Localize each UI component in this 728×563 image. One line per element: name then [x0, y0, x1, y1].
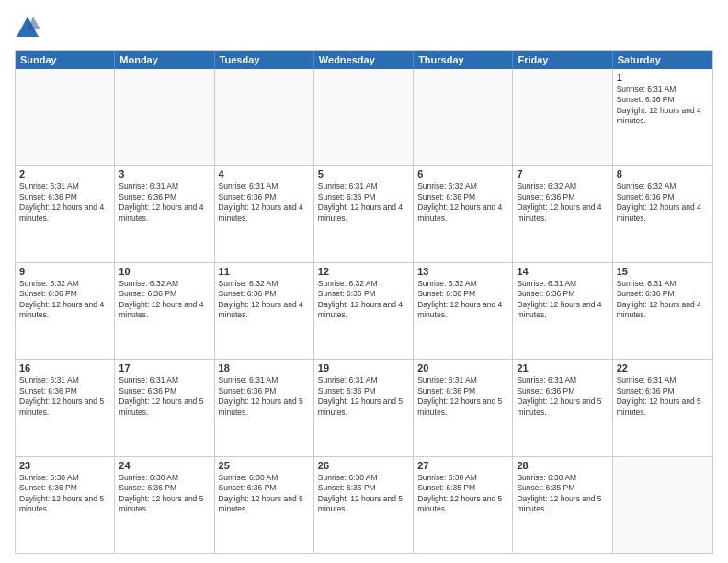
day-info: Sunrise: 6:32 AM Sunset: 6:36 PM Dayligh… — [219, 279, 310, 321]
empty-cell — [215, 69, 314, 165]
day-cell-10: 10Sunrise: 6:32 AM Sunset: 6:36 PM Dayli… — [115, 263, 214, 359]
empty-cell — [16, 69, 115, 165]
day-cell-25: 25Sunrise: 6:30 AM Sunset: 6:36 PM Dayli… — [215, 457, 314, 553]
day-number: 6 — [417, 168, 508, 179]
empty-cell — [414, 69, 513, 165]
day-cell-14: 14Sunrise: 6:31 AM Sunset: 6:36 PM Dayli… — [513, 263, 612, 359]
header — [15, 15, 713, 40]
day-number: 1 — [617, 72, 709, 83]
weekday-header-saturday: Saturday — [613, 51, 712, 69]
day-info: Sunrise: 6:30 AM Sunset: 6:35 PM Dayligh… — [318, 473, 409, 515]
weekday-header-tuesday: Tuesday — [215, 51, 314, 69]
day-number: 16 — [19, 362, 110, 373]
calendar-header: SundayMondayTuesdayWednesdayThursdayFrid… — [16, 51, 712, 69]
day-info: Sunrise: 6:32 AM Sunset: 6:36 PM Dayligh… — [517, 181, 608, 224]
day-cell-16: 16Sunrise: 6:31 AM Sunset: 6:36 PM Dayli… — [16, 360, 115, 455]
day-info: Sunrise: 6:32 AM Sunset: 6:36 PM Dayligh… — [19, 279, 110, 321]
day-number: 4 — [219, 168, 310, 179]
day-cell-5: 5Sunrise: 6:31 AM Sunset: 6:36 PM Daylig… — [314, 166, 414, 261]
day-cell-15: 15Sunrise: 6:31 AM Sunset: 6:36 PM Dayli… — [613, 263, 712, 359]
day-info: Sunrise: 6:31 AM Sunset: 6:36 PM Dayligh… — [119, 375, 210, 418]
calendar: SundayMondayTuesdayWednesdayThursdayFrid… — [15, 50, 713, 554]
day-cell-8: 8Sunrise: 6:32 AM Sunset: 6:36 PM Daylig… — [613, 166, 712, 261]
day-info: Sunrise: 6:30 AM Sunset: 6:36 PM Dayligh… — [19, 473, 110, 515]
calendar-row-3: 9Sunrise: 6:32 AM Sunset: 6:36 PM Daylig… — [16, 262, 712, 359]
day-cell-6: 6Sunrise: 6:32 AM Sunset: 6:36 PM Daylig… — [414, 166, 513, 261]
day-number: 25 — [219, 460, 310, 471]
calendar-row-4: 16Sunrise: 6:31 AM Sunset: 6:36 PM Dayli… — [16, 359, 712, 455]
day-number: 2 — [19, 168, 110, 179]
day-cell-11: 11Sunrise: 6:32 AM Sunset: 6:36 PM Dayli… — [215, 263, 314, 359]
day-info: Sunrise: 6:32 AM Sunset: 6:36 PM Dayligh… — [417, 279, 508, 321]
day-number: 14 — [517, 266, 608, 277]
day-number: 19 — [318, 362, 409, 373]
day-info: Sunrise: 6:30 AM Sunset: 6:35 PM Dayligh… — [517, 473, 608, 515]
day-cell-28: 28Sunrise: 6:30 AM Sunset: 6:35 PM Dayli… — [513, 457, 612, 553]
day-info: Sunrise: 6:32 AM Sunset: 6:36 PM Dayligh… — [318, 279, 409, 321]
day-info: Sunrise: 6:31 AM Sunset: 6:36 PM Dayligh… — [19, 181, 110, 224]
empty-cell — [115, 69, 214, 165]
day-cell-13: 13Sunrise: 6:32 AM Sunset: 6:36 PM Dayli… — [414, 263, 513, 359]
day-cell-22: 22Sunrise: 6:31 AM Sunset: 6:36 PM Dayli… — [613, 360, 712, 455]
empty-cell — [613, 457, 712, 553]
day-cell-19: 19Sunrise: 6:31 AM Sunset: 6:36 PM Dayli… — [314, 360, 414, 455]
day-info: Sunrise: 6:31 AM Sunset: 6:36 PM Dayligh… — [617, 375, 709, 418]
day-info: Sunrise: 6:30 AM Sunset: 6:35 PM Dayligh… — [417, 473, 508, 515]
day-cell-12: 12Sunrise: 6:32 AM Sunset: 6:36 PM Dayli… — [314, 263, 414, 359]
calendar-row-5: 23Sunrise: 6:30 AM Sunset: 6:36 PM Dayli… — [16, 456, 712, 553]
day-number: 11 — [219, 266, 310, 277]
day-cell-7: 7Sunrise: 6:32 AM Sunset: 6:36 PM Daylig… — [513, 166, 612, 261]
day-number: 9 — [19, 266, 110, 277]
day-number: 22 — [617, 362, 709, 373]
weekday-header-thursday: Thursday — [414, 51, 513, 69]
calendar-body: 1Sunrise: 6:31 AM Sunset: 6:36 PM Daylig… — [16, 69, 712, 553]
day-number: 23 — [19, 460, 110, 471]
day-number: 21 — [517, 362, 608, 373]
day-number: 26 — [318, 460, 409, 471]
day-cell-20: 20Sunrise: 6:31 AM Sunset: 6:36 PM Dayli… — [414, 360, 513, 455]
calendar-row-1: 1Sunrise: 6:31 AM Sunset: 6:36 PM Daylig… — [16, 69, 712, 165]
day-number: 28 — [517, 460, 608, 471]
logo — [15, 15, 44, 40]
day-info: Sunrise: 6:32 AM Sunset: 6:36 PM Dayligh… — [617, 181, 709, 224]
day-number: 8 — [617, 168, 709, 179]
day-cell-3: 3Sunrise: 6:31 AM Sunset: 6:36 PM Daylig… — [115, 166, 214, 261]
empty-cell — [513, 69, 612, 165]
weekday-header-friday: Friday — [513, 51, 612, 69]
day-cell-21: 21Sunrise: 6:31 AM Sunset: 6:36 PM Dayli… — [513, 360, 612, 455]
day-cell-24: 24Sunrise: 6:30 AM Sunset: 6:36 PM Dayli… — [115, 457, 214, 553]
day-number: 3 — [119, 168, 210, 179]
day-info: Sunrise: 6:31 AM Sunset: 6:36 PM Dayligh… — [219, 181, 310, 224]
weekday-header-sunday: Sunday — [16, 51, 115, 69]
day-number: 13 — [417, 266, 508, 277]
day-cell-9: 9Sunrise: 6:32 AM Sunset: 6:36 PM Daylig… — [16, 263, 115, 359]
day-info: Sunrise: 6:31 AM Sunset: 6:36 PM Dayligh… — [617, 279, 709, 321]
day-number: 12 — [318, 266, 409, 277]
day-info: Sunrise: 6:31 AM Sunset: 6:36 PM Dayligh… — [617, 85, 709, 127]
day-number: 27 — [417, 460, 508, 471]
day-number: 20 — [417, 362, 508, 373]
weekday-header-wednesday: Wednesday — [314, 51, 414, 69]
calendar-row-2: 2Sunrise: 6:31 AM Sunset: 6:36 PM Daylig… — [16, 165, 712, 261]
page: SundayMondayTuesdayWednesdayThursdayFrid… — [0, 0, 728, 563]
day-number: 24 — [119, 460, 210, 471]
weekday-header-monday: Monday — [115, 51, 214, 69]
empty-cell — [314, 69, 414, 165]
day-number: 18 — [219, 362, 310, 373]
day-cell-18: 18Sunrise: 6:31 AM Sunset: 6:36 PM Dayli… — [215, 360, 314, 455]
day-number: 15 — [617, 266, 709, 277]
day-number: 10 — [119, 266, 210, 277]
day-info: Sunrise: 6:30 AM Sunset: 6:36 PM Dayligh… — [119, 473, 210, 515]
day-number: 7 — [517, 168, 608, 179]
day-cell-4: 4Sunrise: 6:31 AM Sunset: 6:36 PM Daylig… — [215, 166, 314, 261]
day-info: Sunrise: 6:31 AM Sunset: 6:36 PM Dayligh… — [119, 181, 210, 224]
day-info: Sunrise: 6:31 AM Sunset: 6:36 PM Dayligh… — [517, 279, 608, 321]
day-info: Sunrise: 6:31 AM Sunset: 6:36 PM Dayligh… — [318, 375, 409, 418]
day-cell-17: 17Sunrise: 6:31 AM Sunset: 6:36 PM Dayli… — [115, 360, 214, 455]
day-info: Sunrise: 6:32 AM Sunset: 6:36 PM Dayligh… — [119, 279, 210, 321]
day-number: 17 — [119, 362, 210, 373]
day-cell-2: 2Sunrise: 6:31 AM Sunset: 6:36 PM Daylig… — [16, 166, 115, 261]
day-cell-23: 23Sunrise: 6:30 AM Sunset: 6:36 PM Dayli… — [16, 457, 115, 553]
day-cell-1: 1Sunrise: 6:31 AM Sunset: 6:36 PM Daylig… — [613, 69, 712, 165]
day-info: Sunrise: 6:31 AM Sunset: 6:36 PM Dayligh… — [318, 181, 409, 224]
